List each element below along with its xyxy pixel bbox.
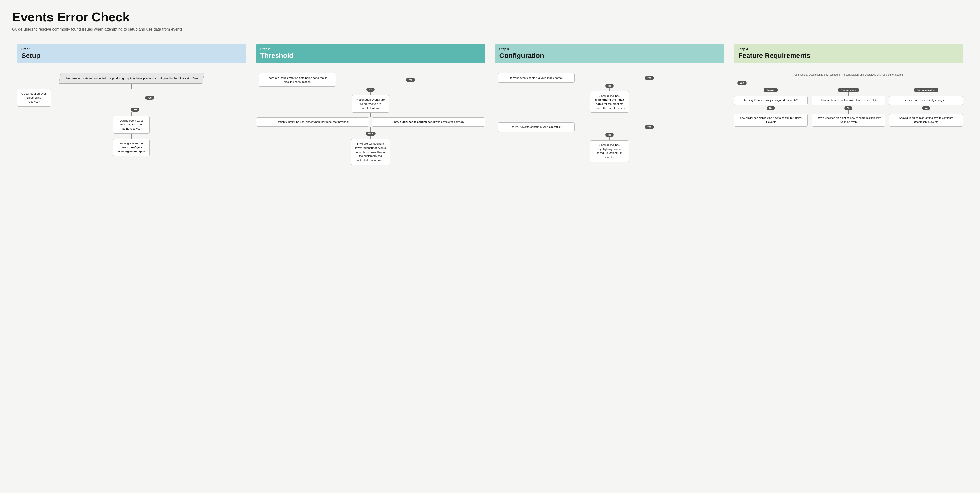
column-step2: Step 2 Threshold There are issues with t… [251,44,490,165]
step2-yes-badge: Yes [406,78,415,82]
step2-branch-left: Option to notify the user either when th… [256,117,369,127]
step2-title: Threshold [261,52,481,60]
arrow-s2-2 [370,113,371,117]
arrow1 [132,84,132,89]
step4-search-box: Show guidelines highlighting how to conf… [734,114,808,127]
step3-diamond2: Do your events contain a valid ObjectID? [498,122,575,132]
arrow2 [132,112,132,116]
step3-yes1-badge: Yes [645,76,654,80]
step2-wait-badge: Wait [366,132,375,136]
step3-no2-badge: No [605,133,613,137]
step2-notify-box: Option to notify the user either when th… [256,117,369,127]
step2-branch: Option to notify the user either when th… [256,117,485,127]
step1-diamond1: Are all required event types being recei… [17,89,51,106]
step2-wait-box: If we are still seeing a low throughput … [351,139,390,165]
step4-recommend-diamond: Do events sent contain more than one ite… [811,96,885,105]
arrow-s2-3 [370,127,371,132]
step4-personalization-box: Show guidelines highlighting how to conf… [889,114,963,127]
step2-label: Step 2 [261,47,481,51]
step3-row1: Do your events contain a valid index nam… [495,73,724,83]
step4-search-no: No [767,106,775,110]
step2-not-enough-box: Not enough events are being received to … [352,95,390,113]
step3-flow: Do your events contain a valid index nam… [495,73,724,162]
personalization-badge: Personalization [914,87,939,92]
h-line-step1-yes [52,98,144,98]
step1-no-badge: No [131,108,139,112]
step3-no1-badge: No [605,84,613,88]
arrow3 [132,133,132,139]
search-badge: Search [764,87,778,92]
h-out-step2-yes [336,80,406,80]
step2-no-badge: No [366,87,374,92]
step1-guidelines-box: Show guidelines for how to configure mis… [113,139,150,156]
step2-diamond1: There are issues with the data being sen… [259,73,336,87]
step2-branch-right: Show guidelines to confirm setup was com… [372,117,485,127]
step4-sub-columns: Search Is queryID successfully configure… [734,87,963,127]
step1-flow: User sees error states connected to a pr… [17,73,246,156]
step3-row2: Do your events contain a valid ObjectID?… [495,122,724,132]
step3-yes2-badge: Yes [645,125,654,129]
arrow-s2-4 [370,136,371,139]
column-step1: Step 1 Setup User sees error states conn… [12,44,251,165]
h-line-step1-yes2 [154,98,246,98]
step3-diamond1: Do your events contain a valid index nam… [498,73,575,83]
h-in-step2 [256,80,259,80]
step4-search-diamond: Is queryID successfully configured in ev… [734,96,808,105]
step4-recommend-box: Show guidelines highlighting how to shar… [811,114,885,127]
step4-yes-badge: Yes [737,81,746,85]
step1-start-box: User sees error states connected to a pr… [59,73,204,84]
step3-index-box: Show guidelines highlighting the index n… [590,91,629,113]
step4-title: Feature Requirements [738,52,959,60]
column-step4: Step 4 Feature Requirements Assumes that… [729,44,968,165]
step4-personalization-col: Personalization Is UserToken successfull… [889,87,963,127]
columns-container: Step 1 Setup User sees error states conn… [12,44,968,165]
step3-label: Step 3 [500,47,720,51]
step3-title: Configuration [500,52,720,60]
step4-search-col: Search Is queryID successfully configure… [734,87,808,127]
step4-recommend-no: No [845,106,853,110]
step3-objectid-box: Show guidelines highlighting how to conf… [590,140,629,162]
column-step3: Step 3 Configuration Do your events cont… [490,44,729,165]
step2-flow: There are issues with the data being sen… [256,73,485,165]
step4-header: Step 4 Feature Requirements [734,44,963,63]
step4-label: Step 4 [738,47,959,51]
step1-yes-badge: Yes [145,95,154,100]
page-title: Events Error Check [12,10,968,24]
step3-header: Step 3 Configuration [495,44,724,63]
page-subtitle: Guide users to resolve commonly found is… [12,27,968,32]
step2-header: Step 2 Threshold [256,44,485,63]
recommend-badge: Recommend [838,87,859,92]
arrow-s2-1 [370,92,371,95]
step4-recommend-col: Recommend Do events sent contain more th… [811,87,885,127]
step1-title: Setup [21,52,242,60]
step1-header: Step 1 Setup [17,44,246,63]
step4-note: Assumes that UserToken is only required … [734,73,963,77]
step2-confirm-box: Show guidelines to confirm setup was com… [372,117,485,127]
step4-personalization-no: No [922,106,930,110]
step1-label: Step 1 [21,47,242,51]
step1-outline-box: Outline event types that are or are not … [113,116,150,133]
h-out-step2-yes2 [415,80,485,80]
step4-personalization-diamond: Is UserToken successfully configure... [889,96,963,105]
